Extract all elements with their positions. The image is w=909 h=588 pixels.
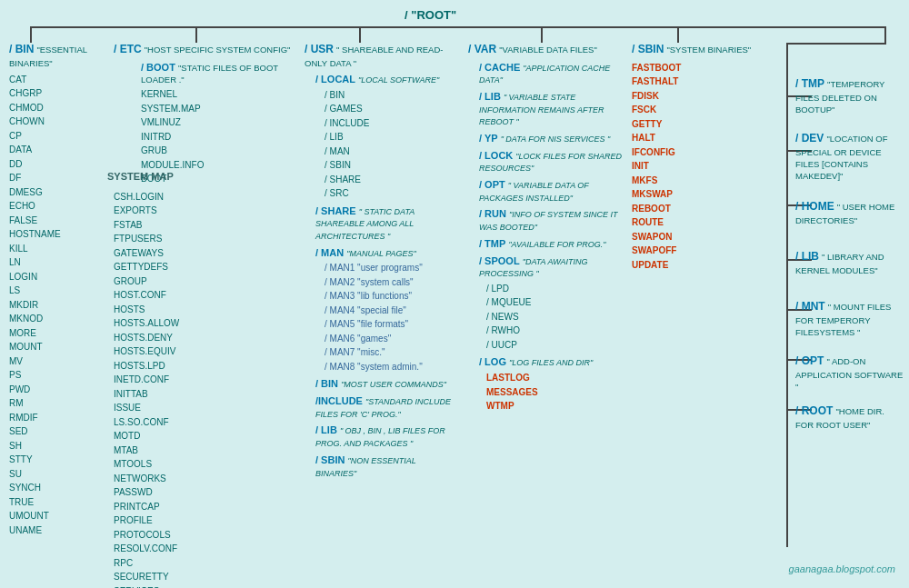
local-title: / LOCAL	[315, 74, 355, 85]
var-yp: / YP " DATA FOR NIS SERVICES "	[479, 133, 623, 145]
tmp-title: / TMP	[795, 77, 824, 90]
boot-section: / BOOT "STATIC FILES OF BOOT LOADER ." K…	[141, 61, 295, 186]
usr-v-line	[359, 26, 361, 43]
bin-files: CAT CHGRP CHMOD CHOWN CP DATA DD DF DMES…	[9, 73, 114, 538]
root-node: / "ROOT"	[405, 8, 456, 22]
tmp-h-line	[786, 43, 886, 45]
var-cache: / CACHE "APPLICATION CACHE DATA"	[479, 62, 623, 86]
bin-title: / BIN	[9, 43, 34, 55]
sbin-section: / SBIN "SYSTEM BINARIES" FASTBOOT FASTHA…	[632, 43, 777, 272]
opt-section: / OPT " ADD-ON APPLICATION SOFTWARE "	[795, 354, 904, 393]
usr-title: / USR	[305, 43, 334, 55]
var-spool: / SPOOL "DATA AWAITING PROCESSING " / LP…	[479, 255, 623, 353]
sbin-desc: "SYSTEM BINARIES"	[666, 45, 751, 55]
usr-local: / LOCAL "LOCAL SOFTWARE" / BIN / GAMES /…	[315, 74, 454, 201]
var-lock: / LOCK "LOCK FILES FOR SHARED RESOURCES"	[479, 150, 623, 174]
usr-share: / SHARE " STATIC DATA SHAREABLE AMONG AL…	[315, 205, 454, 243]
yp-title: / YP	[479, 133, 498, 144]
etc-desc: "HOST SPECIFIC SYSTEM CONFIG"	[145, 45, 291, 55]
right-v-line	[884, 26, 886, 43]
log-items: LASTLOG MESSAGES WTMP	[486, 371, 623, 414]
var-log: / LOG "LOG FILES AND DIR" LASTLOG MESSAG…	[479, 356, 623, 413]
etc-v-line	[195, 26, 197, 43]
usr-man: / MAN "MANUAL PAGES" / MAN1 "user progra…	[315, 247, 454, 374]
etc-title: / ETC	[114, 43, 142, 55]
var-lib-title: / LIB	[479, 91, 501, 102]
var-run: / RUN "INFO OF SYSTEM SINCE IT WAS BOOTE…	[479, 208, 623, 233]
cache-title: / CACHE	[479, 62, 520, 73]
lib-section: / LIB " LIBRARY AND KERNEL MODULES"	[795, 250, 904, 276]
etc-files: CSH.LOGIN EXPORTS FSTAB FTPUSERS GATEWAY…	[114, 190, 295, 588]
root-title: / ROOT	[795, 404, 833, 417]
usr-include: /INCLUDE "STANDARD INCLUDE FILES FOR 'C'…	[315, 395, 454, 420]
var-v-line	[541, 26, 543, 43]
opt-title: / OPT	[795, 354, 824, 367]
var-desc: "VARIABLE DATA FILES"	[499, 45, 597, 55]
local-desc: "LOCAL SOFTWARE"	[358, 75, 439, 85]
main-layout: / "ROOT" / BIN "ESSENTIAL	[5, 5, 904, 582]
man-title: / MAN	[315, 247, 344, 258]
mnt-section: / MNT " MOUNT FILES FOR TEMPERORY FILESY…	[795, 300, 909, 338]
yp-desc: " DATA FOR NIS SERVICES "	[501, 135, 611, 144]
man-desc: "MANUAL PAGES"	[346, 249, 416, 258]
dev-title: / DEV	[795, 132, 824, 145]
tmp2-v-line	[786, 43, 788, 547]
bin-v-line	[30, 26, 32, 43]
dev-section: / DEV "LOCATION OF SPECIAL OR DEVICE FIL…	[795, 132, 904, 183]
run-title: / RUN	[479, 208, 506, 219]
system-map-label: SYSTEM MAP	[107, 171, 174, 182]
include-title: /INCLUDE	[315, 395, 363, 406]
lib-title: / LIB	[795, 250, 819, 263]
var-opt-title: / OPT	[479, 179, 505, 190]
mnt-title: / MNT	[795, 300, 825, 313]
etc-section: / ETC "HOST SPECIFIC SYSTEM CONFIG" / BO…	[114, 43, 295, 588]
usr-bin-title: / BIN	[315, 378, 338, 389]
usr-lib: / LIB " OBJ , BIN , LIB FILES FOR PROG. …	[315, 424, 454, 449]
usr-sbin-title: / SBIN	[315, 454, 345, 465]
var-lib: / LIB " VARIABLE STATE INFORMATION REMAI…	[479, 91, 623, 128]
sbin-files: FASTBOOT FASTHALT FDISK FSCK GETTY HALT …	[632, 61, 777, 273]
usr-bin: / BIN "MOST USER COMMANDS"	[315, 378, 454, 391]
log-desc: "LOG FILES AND DIR"	[509, 358, 593, 367]
man-items: / MAN1 "user programs" / MAN2 "system ca…	[325, 261, 454, 374]
var-tmp-desc: "AVAILABLE FOR PROG."	[508, 240, 605, 249]
usr-section: / USR " SHAREABLE AND READ-ONLY DATA " /…	[305, 43, 454, 479]
var-tmp-title: / TMP	[479, 238, 505, 249]
usr-lib-title: / LIB	[315, 424, 337, 435]
usr-bin-desc: "MOST USER COMMANDS"	[341, 380, 446, 389]
usr-sbin: / SBIN "NON ESSENTIAL BINARIES"	[315, 454, 454, 479]
tmp-section: / TMP "TEMPERORY FILES DELETED ON BOOTUP…	[795, 77, 904, 115]
local-items: / BIN / GAMES / INCLUDE / LIB / MAN / SB…	[325, 88, 454, 201]
root-h-line	[30, 26, 884, 28]
root-label: / "ROOT"	[405, 8, 456, 22]
watermark: gaanagaa.blogspot.com	[789, 563, 895, 574]
lock-title: / LOCK	[479, 150, 513, 161]
var-section: / VAR "VARIABLE DATA FILES" / CACHE "APP…	[468, 43, 623, 414]
var-opt: / OPT " VARIABLE DATA OF PACKAGES INSTAL…	[479, 179, 623, 204]
home-section: / HOME " USER HOME DIRECTORIES"	[795, 200, 904, 226]
sbin-title: / SBIN	[632, 43, 664, 55]
home-title: / HOME	[795, 200, 834, 213]
spool-title: / SPOOL	[479, 255, 520, 266]
spool-items: / LPD / MQUEUE / NEWS / RWHO / UUCP	[486, 282, 623, 353]
bin-section: / BIN "ESSENTIAL BINARIES" CAT CHGRP CHM…	[9, 43, 114, 537]
share-title: / SHARE	[315, 205, 356, 216]
boot-title: / BOOT	[141, 62, 175, 73]
var-tmp: / TMP "AVAILABLE FOR PROG."	[479, 238, 623, 251]
root-section: / ROOT "HOME DIR. FOR ROOT USER"	[795, 404, 904, 431]
log-title: / LOG	[479, 356, 506, 367]
page: / "ROOT" / BIN "ESSENTIAL	[0, 0, 909, 588]
sbin-v-line	[677, 26, 679, 43]
var-title: / VAR	[468, 43, 496, 55]
